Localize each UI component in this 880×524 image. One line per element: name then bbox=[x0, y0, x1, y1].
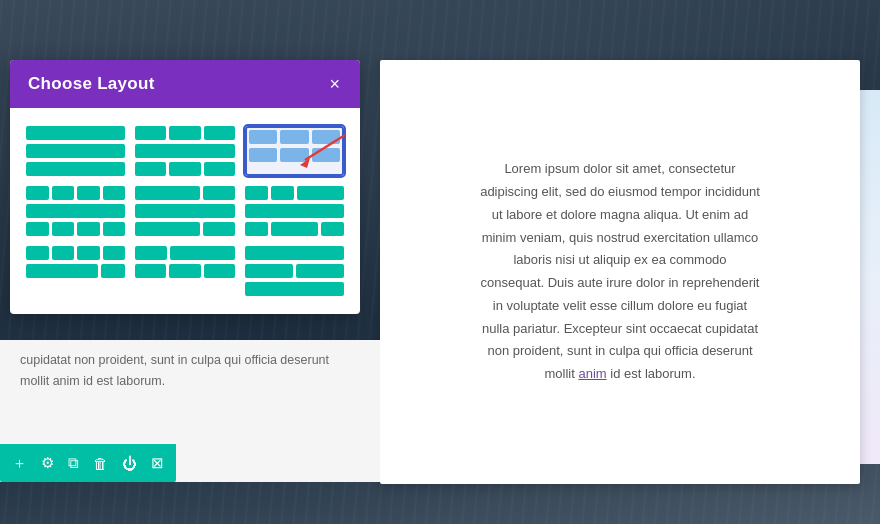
layout-option-1[interactable] bbox=[26, 126, 125, 176]
delete-icon[interactable]: 🗑 bbox=[89, 451, 112, 476]
main-content: Lorem ipsum dolor sit amet, consectetur … bbox=[0, 0, 880, 524]
power-icon[interactable]: ⏻ bbox=[118, 451, 141, 476]
layout-option-9[interactable] bbox=[245, 246, 344, 296]
layout-option-6[interactable] bbox=[245, 186, 344, 236]
module-toolbar: ＋ ⚙ ⧉ 🗑 ⏻ ⊠ bbox=[0, 444, 176, 482]
modal-title: Choose Layout bbox=[28, 74, 155, 94]
page-body-text: Lorem ipsum dolor sit amet, consectetur … bbox=[480, 158, 760, 386]
highlight-text: anim bbox=[578, 366, 606, 381]
layout-option-7[interactable] bbox=[26, 246, 125, 296]
left-body: cupidatat non proident, sunt in culpa qu… bbox=[20, 353, 329, 388]
settings-icon[interactable]: ⚙ bbox=[37, 450, 58, 476]
layout-option-4[interactable] bbox=[26, 186, 125, 236]
layout-modal: Choose Layout × bbox=[10, 60, 360, 314]
layout-option-2[interactable] bbox=[135, 126, 234, 176]
modal-close-button[interactable]: × bbox=[327, 75, 342, 93]
layout-option-8[interactable] bbox=[135, 246, 234, 296]
trash-icon[interactable]: ⊠ bbox=[147, 450, 168, 476]
right-page-area: Lorem ipsum dolor sit amet, consectetur … bbox=[380, 60, 860, 484]
layout-option-3-selected[interactable] bbox=[245, 126, 344, 176]
add-icon[interactable]: ＋ bbox=[8, 450, 31, 477]
left-page-text: cupidatat non proident, sunt in culpa qu… bbox=[0, 340, 380, 403]
layout-option-5[interactable] bbox=[135, 186, 234, 236]
duplicate-icon[interactable]: ⧉ bbox=[64, 450, 83, 476]
modal-header: Choose Layout × bbox=[10, 60, 360, 108]
modal-body bbox=[10, 108, 360, 314]
